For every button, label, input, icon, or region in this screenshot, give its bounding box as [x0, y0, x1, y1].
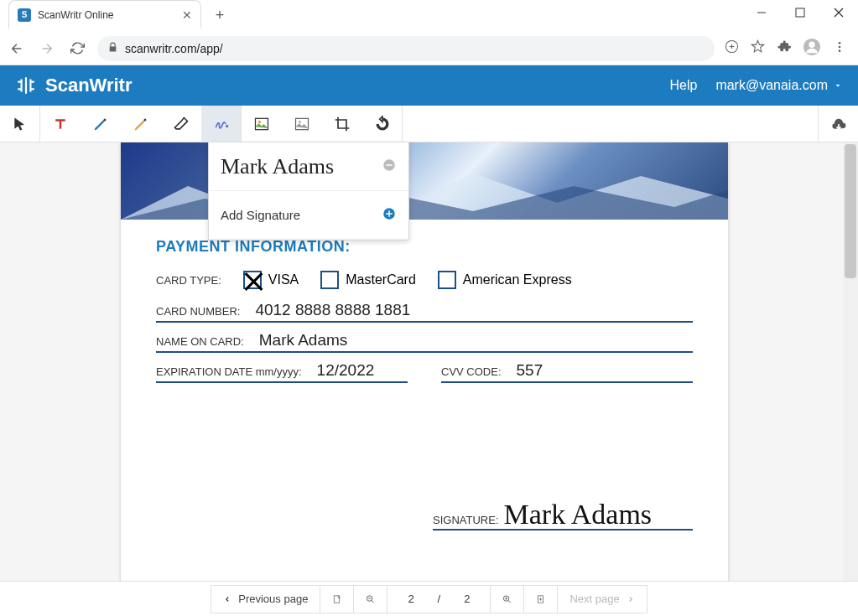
window-close-button[interactable] [819, 0, 858, 25]
tool-text[interactable] [40, 106, 81, 142]
new-tab-button[interactable]: + [208, 3, 231, 27]
signature-label: SIGNATURE: [433, 514, 499, 526]
brand-cursor-icon [15, 75, 37, 96]
signature-value[interactable]: Mark Adams [504, 500, 653, 529]
page-outline-icon[interactable] [320, 586, 354, 613]
tool-rotate[interactable] [362, 106, 403, 142]
tool-signature[interactable] [201, 106, 242, 142]
tab-close-button[interactable]: ✕ [182, 8, 192, 22]
svg-point-9 [839, 49, 841, 52]
page-indicator: 2 / 2 [387, 586, 491, 613]
section-title: PAYMENT INFORMATION: [156, 238, 693, 256]
tool-eraser[interactable] [161, 106, 201, 142]
editor-toolbar: Mark Adams Add Signature [0, 106, 858, 142]
card-type-visa[interactable]: VISA [243, 271, 299, 289]
svg-rect-1 [796, 8, 804, 17]
add-signature-plus-icon [382, 206, 397, 225]
card-type-amex-label: American Express [463, 272, 572, 287]
card-type-row: CARD TYPE: VISA MasterCard American Expr… [156, 271, 693, 289]
window-minimize-button[interactable] [742, 0, 781, 25]
pager-controls: Previous page 2 / 2 Next page [211, 585, 647, 613]
exp-cvv-row: EXPIRATION DATE mm/yyyy: 12/2022 CVV COD… [156, 361, 693, 391]
svg-rect-16 [386, 164, 393, 166]
favicon: S [18, 8, 31, 22]
user-menu[interactable]: mark@vanaia.com [715, 78, 843, 93]
browser-menu-icon[interactable] [833, 40, 846, 57]
app-header: ScanWritr Help mark@vanaia.com [0, 65, 858, 106]
card-type-visa-label: VISA [268, 272, 299, 287]
expiration-label: EXPIRATION DATE mm/yyyy: [156, 365, 302, 378]
url-input[interactable]: scanwritr.com/app/ [97, 36, 715, 61]
svg-point-10 [226, 125, 227, 127]
extensions-icon[interactable] [777, 39, 791, 57]
browser-address-bar: scanwritr.com/app/ [0, 32, 858, 65]
page-total: 2 [455, 593, 478, 605]
lock-icon [107, 42, 118, 55]
window-controls [742, 0, 858, 25]
nav-back-button[interactable] [7, 39, 27, 59]
next-page-label: Next page [569, 593, 619, 605]
user-email: mark@vanaia.com [715, 78, 828, 93]
browser-tab[interactable]: S ScanWritr Online ✕ [8, 0, 201, 28]
vertical-scrollbar[interactable] [843, 142, 858, 581]
svg-point-14 [299, 120, 301, 122]
tool-crop[interactable] [322, 106, 362, 142]
add-page-button[interactable] [524, 586, 558, 613]
form-body: PAYMENT INFORMATION: CARD TYPE: VISA Mas… [121, 220, 728, 549]
name-on-card-row: NAME ON CARD: Mark Adams [156, 331, 693, 353]
signature-row: SIGNATURE: Mark Adams [156, 500, 693, 531]
nav-forward-button[interactable] [37, 39, 57, 59]
window-maximize-button[interactable] [781, 0, 819, 25]
card-number-row: CARD NUMBER: 4012 8888 8888 1881 [156, 301, 693, 323]
signature-popover: Mark Adams Add Signature [208, 142, 409, 241]
brand-name: ScanWritr [45, 75, 133, 96]
next-page-button[interactable]: Next page [558, 586, 646, 613]
tool-select[interactable] [0, 106, 40, 142]
profile-icon[interactable] [803, 38, 821, 60]
cvv-value[interactable]: 557 [517, 361, 543, 380]
card-type-amex[interactable]: American Express [438, 271, 572, 289]
add-signature-item[interactable]: Add Signature [209, 191, 408, 240]
help-link[interactable]: Help [669, 78, 697, 93]
chevron-right-icon [627, 595, 635, 603]
browser-right-icons [725, 38, 851, 60]
editor-canvas[interactable]: PAYMENT INFORMATION: CARD TYPE: VISA Mas… [0, 142, 843, 581]
zoom-in-button[interactable] [491, 586, 524, 613]
name-on-card-value[interactable]: Mark Adams [259, 331, 348, 349]
page-sep: / [429, 593, 450, 605]
zoom-out-button[interactable] [354, 586, 387, 613]
tool-export[interactable] [818, 106, 858, 142]
previous-page-button[interactable]: Previous page [211, 586, 320, 613]
card-number-value[interactable]: 4012 8888 8888 1881 [255, 301, 410, 319]
card-type-mastercard[interactable]: MasterCard [320, 271, 416, 289]
saved-signature-preview: Mark Adams [221, 154, 334, 179]
nav-reload-button[interactable] [67, 39, 87, 59]
chevron-left-icon [223, 595, 231, 603]
name-on-card-label: NAME ON CARD: [156, 335, 244, 348]
scrollbar-thumb[interactable] [845, 144, 856, 278]
pager-bar: Previous page 2 / 2 Next page [0, 581, 858, 616]
svg-point-7 [839, 42, 841, 44]
tool-pen[interactable] [81, 106, 121, 142]
checkbox-visa[interactable] [243, 271, 262, 289]
checkbox-amex[interactable] [438, 271, 456, 289]
tool-marker[interactable] [121, 106, 161, 142]
checkbox-mastercard[interactable] [320, 271, 339, 289]
cvv-label: CVV CODE: [441, 365, 502, 378]
app-brand[interactable]: ScanWritr [15, 75, 133, 96]
chevron-down-icon [833, 80, 843, 91]
card-type-mastercard-label: MasterCard [346, 272, 416, 287]
expiration-value[interactable]: 12/2022 [317, 361, 375, 380]
saved-signature-item[interactable]: Mark Adams [209, 142, 408, 191]
window-titlebar: S ScanWritr Online ✕ + [0, 0, 858, 32]
svg-rect-20 [335, 595, 340, 602]
tool-image-bw[interactable] [282, 106, 322, 142]
svg-point-12 [258, 120, 261, 122]
svg-rect-19 [388, 210, 390, 217]
bookmark-star-icon[interactable] [751, 39, 765, 57]
add-page-icon[interactable] [725, 39, 739, 57]
tool-image[interactable] [242, 106, 282, 142]
remove-signature-button[interactable] [382, 158, 397, 176]
svg-point-8 [839, 45, 841, 48]
url-text: scanwritr.com/app/ [125, 42, 223, 55]
